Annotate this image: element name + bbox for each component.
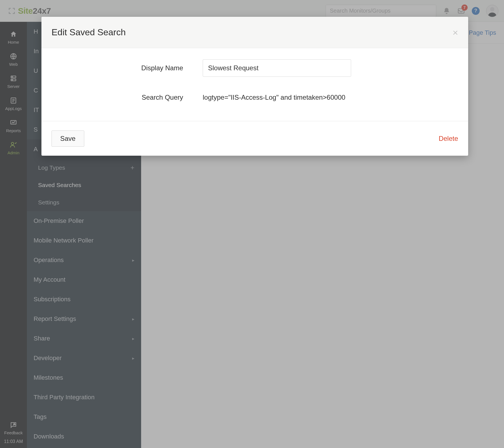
modal-footer: Save Delete xyxy=(41,121,468,156)
modal-body: Display Name Search Query logtype="IIS-A… xyxy=(41,48,468,121)
delete-button[interactable]: Delete xyxy=(439,135,458,143)
modal-edit-saved-search: Edit Saved Search × Display Name Search … xyxy=(41,17,468,156)
search-query-value: logtype="IIS-Access-Log" and timetaken>6… xyxy=(203,94,345,101)
display-name-label: Display Name xyxy=(52,64,203,72)
modal-title: Edit Saved Search xyxy=(52,27,126,38)
close-icon[interactable]: × xyxy=(452,28,458,37)
form-row-search-query: Search Query logtype="IIS-Access-Log" an… xyxy=(52,94,458,101)
save-button[interactable]: Save xyxy=(52,130,84,147)
form-row-display-name: Display Name xyxy=(52,59,458,77)
search-query-label: Search Query xyxy=(52,94,203,101)
modal-header: Edit Saved Search × xyxy=(41,17,468,48)
display-name-input[interactable] xyxy=(203,59,351,77)
